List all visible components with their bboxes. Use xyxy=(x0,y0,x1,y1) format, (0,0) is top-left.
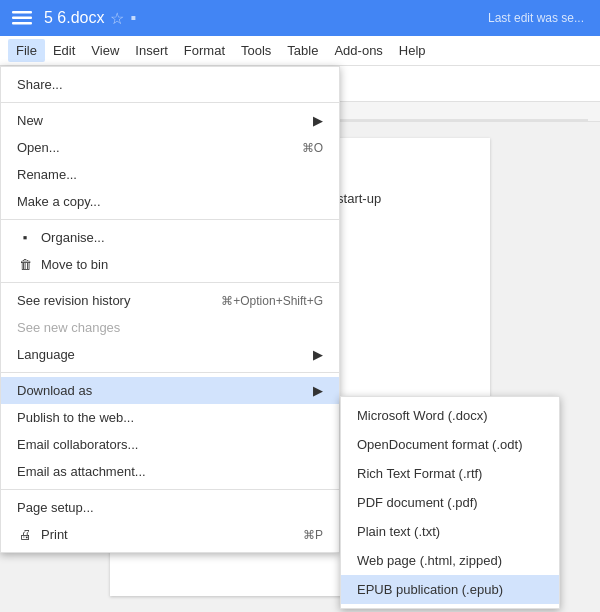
shortcut-revision: ⌘+Option+Shift+G xyxy=(197,294,323,308)
menu-file[interactable]: File xyxy=(8,39,45,62)
menu-download-as[interactable]: Download as ▶ xyxy=(1,377,339,404)
top-bar: 5 6.docx ☆ ▪ Last edit was se... xyxy=(0,0,600,36)
app-logo xyxy=(8,4,36,32)
menu-print[interactable]: 🖨 Print ⌘P xyxy=(1,521,339,548)
download-submenu: Microsoft Word (.docx) OpenDocument form… xyxy=(340,396,560,609)
menu-table[interactable]: Table xyxy=(279,39,326,62)
menu-organise[interactable]: ▪ Organise... xyxy=(1,224,339,251)
menu-move-to-bin[interactable]: 🗑 Move to bin xyxy=(1,251,339,278)
separator-1 xyxy=(1,102,339,103)
menu-revision-history[interactable]: See revision history ⌘+Option+Shift+G xyxy=(1,287,339,314)
separator-3 xyxy=(1,282,339,283)
shortcut-open: ⌘O xyxy=(278,141,323,155)
file-menu-dropdown: Share... New ▶ Open... ⌘O Rename... Make… xyxy=(0,66,340,553)
menu-tools[interactable]: Tools xyxy=(233,39,279,62)
menu-page-setup[interactable]: Page setup... xyxy=(1,494,339,521)
download-pdf[interactable]: PDF document (.pdf) xyxy=(341,488,559,517)
menu-bar: File Edit View Insert Format Tools Table… xyxy=(0,36,600,66)
separator-5 xyxy=(1,489,339,490)
separator-2 xyxy=(1,219,339,220)
menu-help[interactable]: Help xyxy=(391,39,434,62)
download-epub[interactable]: EPUB publication (.epub) xyxy=(341,575,559,604)
menu-make-copy[interactable]: Make a copy... xyxy=(1,188,339,215)
menu-open[interactable]: Open... ⌘O xyxy=(1,134,339,161)
download-odt[interactable]: OpenDocument format (.odt) xyxy=(341,430,559,459)
shortcut-print: ⌘P xyxy=(279,528,323,542)
arrow-icon: ▶ xyxy=(313,113,323,128)
svg-rect-0 xyxy=(12,11,32,14)
separator-4 xyxy=(1,372,339,373)
svg-rect-2 xyxy=(12,22,32,25)
folder-icon[interactable]: ▪ xyxy=(130,9,136,27)
doc-title-area: 5 6.docx ☆ ▪ xyxy=(44,9,480,28)
menu-format[interactable]: Format xyxy=(176,39,233,62)
download-arrow-icon: ▶ xyxy=(313,383,323,398)
menu-edit[interactable]: Edit xyxy=(45,39,83,62)
menu-view[interactable]: View xyxy=(83,39,127,62)
menu-insert[interactable]: Insert xyxy=(127,39,176,62)
star-icon[interactable]: ☆ xyxy=(110,9,124,28)
folder-icon-menu: ▪ xyxy=(17,230,33,245)
svg-rect-1 xyxy=(12,17,32,20)
download-rtf[interactable]: Rich Text Format (.rtf) xyxy=(341,459,559,488)
download-docx[interactable]: Microsoft Word (.docx) xyxy=(341,401,559,430)
menu-email-collaborators[interactable]: Email collaborators... xyxy=(1,431,339,458)
trash-icon: 🗑 xyxy=(17,257,33,272)
printer-icon: 🖨 xyxy=(17,527,33,542)
download-txt[interactable]: Plain text (.txt) xyxy=(341,517,559,546)
menu-new[interactable]: New ▶ xyxy=(1,107,339,134)
download-html[interactable]: Web page (.html, zipped) xyxy=(341,546,559,575)
language-arrow-icon: ▶ xyxy=(313,347,323,362)
menu-share[interactable]: Share... xyxy=(1,71,339,98)
menu-language[interactable]: Language ▶ xyxy=(1,341,339,368)
last-edit-text: Last edit was se... xyxy=(488,11,584,25)
menu-new-changes: See new changes xyxy=(1,314,339,341)
doc-title: 5 6.docx xyxy=(44,9,104,27)
menu-publish-web[interactable]: Publish to the web... xyxy=(1,404,339,431)
menu-email-attachment[interactable]: Email as attachment... xyxy=(1,458,339,485)
menu-rename[interactable]: Rename... xyxy=(1,161,339,188)
menu-addons[interactable]: Add-ons xyxy=(326,39,390,62)
